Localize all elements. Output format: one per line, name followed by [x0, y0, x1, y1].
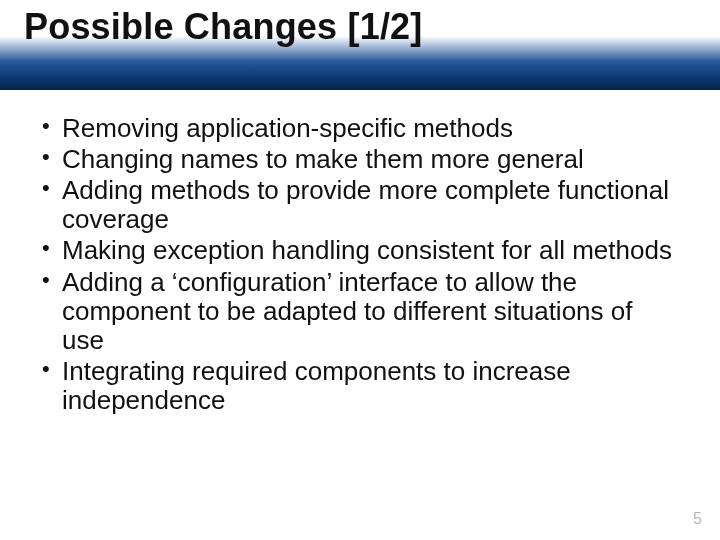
slide-content: Removing application-specific methods Ch… [0, 90, 720, 415]
slide-title: Possible Changes [1/2] [24, 6, 423, 48]
list-item: Changing names to make them more general [40, 145, 680, 174]
list-item: Adding methods to provide more complete … [40, 176, 680, 234]
list-item: Integrating required components to incre… [40, 357, 680, 415]
list-item: Adding a ‘configuration’ interface to al… [40, 268, 680, 355]
page-number: 5 [693, 510, 702, 528]
list-item: Removing application-specific methods [40, 114, 680, 143]
list-item: Making exception handling consistent for… [40, 236, 680, 265]
bullet-list: Removing application-specific methods Ch… [40, 114, 680, 415]
title-band: Possible Changes [1/2] [0, 0, 720, 90]
